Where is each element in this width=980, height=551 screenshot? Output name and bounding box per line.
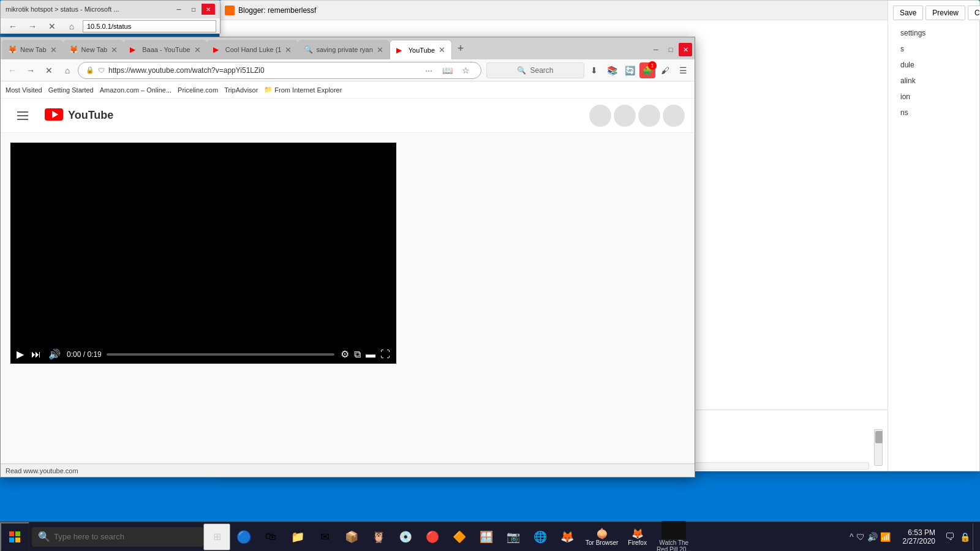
firefox-tab-4[interactable]: 🔍 saving private ryan ✕ [298, 40, 389, 59]
taskbar-desktop-button[interactable] [973, 523, 975, 550]
firefox-reader-mode-button[interactable]: 📖 [439, 62, 455, 78]
blogger-permalink-item[interactable]: alink [893, 73, 974, 89]
taskbar-vlc-icon[interactable]: 🔶 [446, 523, 473, 550]
firefox-tab-5[interactable]: ▶ YouTube ✕ [390, 40, 452, 59]
firefox-tab-0-close[interactable]: ✕ [50, 45, 57, 54]
taskbar-antivirus-icon[interactable]: 🛡 [856, 532, 865, 542]
firefox-tab-4-close[interactable]: ✕ [377, 45, 383, 54]
youtube-progress-bar[interactable] [107, 353, 334, 356]
firefox-menu-button[interactable]: ☰ [675, 62, 691, 78]
youtube-avatar-icon-3[interactable] [638, 105, 660, 127]
taskbar-start-button[interactable] [0, 522, 29, 552]
youtube-mute-button[interactable]: 🔊 [47, 347, 62, 361]
mikrotik-reload-button[interactable]: ✕ [43, 18, 61, 35]
bookmark-priceline[interactable]: Priceline.com [178, 86, 218, 94]
blogger-scrollbar[interactable] [874, 429, 883, 466]
mikrotik-home-button[interactable]: ⌂ [63, 18, 80, 35]
firefox-paint-button[interactable]: 🖌 [657, 62, 673, 78]
youtube-menu-button[interactable] [10, 103, 35, 128]
taskbar-firefox-app[interactable]: 🦊 Firefox [623, 525, 652, 549]
firefox-search-button[interactable]: 🔍 Search [486, 62, 584, 78]
firefox-new-tab-button[interactable]: + [452, 40, 469, 57]
mikrotik-back-button[interactable]: ← [4, 18, 21, 35]
firefox-tab-1-close[interactable]: ✕ [111, 45, 118, 54]
taskbar-chevron-icon[interactable]: ^ [850, 532, 854, 542]
taskbar-edge-icon[interactable]: 🔵 [230, 523, 257, 550]
blogger-settings-item[interactable]: settings [893, 25, 974, 41]
firefox-download-button[interactable]: ⬇ [586, 62, 602, 78]
firefox-home-button[interactable]: ⌂ [59, 62, 75, 78]
firefox-library-button[interactable]: 📚 [604, 62, 620, 78]
firefox-tab-3[interactable]: ▶ Cool Hand Luke (1 ✕ [207, 40, 298, 59]
firefox-bookmark-star-button[interactable]: ☆ [458, 62, 473, 78]
youtube-miniplayer-button[interactable]: ⧉ [353, 348, 362, 361]
mikrotik-minimize-button[interactable]: ─ [172, 4, 186, 15]
taskbar-amazon-icon[interactable]: 📦 [338, 523, 365, 550]
bookmark-ie[interactable]: 📁 From Internet Explorer [264, 86, 342, 94]
taskbar-eset-icon[interactable]: 🔒 [960, 532, 970, 542]
firefox-tab-5-close[interactable]: ✕ [439, 45, 445, 54]
blogger-options-item[interactable]: ns [893, 105, 974, 121]
taskbar-notification-center[interactable]: 🗨 [943, 531, 957, 542]
blogger-schedule-item[interactable]: dule [893, 57, 974, 73]
bookmark-most-visited[interactable]: Most Visited [6, 86, 42, 94]
youtube-play-button[interactable]: ▶ [15, 347, 25, 361]
youtube-avatar-icon-2[interactable] [614, 105, 636, 127]
mikrotik-close-button[interactable]: ✕ [202, 4, 215, 15]
taskbar-firefox-icon[interactable]: 🦊 [554, 523, 581, 550]
mikrotik-forward-button[interactable]: → [24, 18, 41, 35]
taskbar-opera-icon[interactable]: 🔴 [419, 523, 446, 550]
firefox-tab-2-close[interactable]: ✕ [194, 45, 201, 54]
firefox-tab-3-close[interactable]: ✕ [285, 45, 292, 54]
taskbar-clock[interactable]: 6:53 PM 2/27/2020 [898, 528, 940, 545]
taskbar-store-icon[interactable]: 🛍 [257, 523, 284, 550]
firefox-url-more-button[interactable]: ··· [421, 62, 437, 78]
mikrotik-url-input[interactable] [83, 20, 216, 32]
youtube-video-column: ▶ ⏭ 🔊 0:00 / 0:19 ⚙ ⧉ [1, 133, 695, 463]
taskbar-mail-icon[interactable]: ✉ [311, 523, 338, 550]
taskbar-windows-icon[interactable]: 🪟 [473, 523, 500, 550]
bookmark-tripadvisor[interactable]: TripAdvisor [224, 86, 258, 94]
youtube-avatar-icon-4[interactable] [663, 105, 685, 127]
taskbar-search-input[interactable] [54, 532, 176, 541]
taskbar-ie-icon[interactable]: 🌐 [527, 523, 554, 550]
firefox-tab-1[interactable]: 🦊 New Tab ✕ [63, 40, 124, 59]
youtube-fullscreen-button[interactable]: ⛶ [379, 348, 391, 361]
taskbar-watch-app[interactable]: Watch TheRed Pill 20... [652, 519, 696, 552]
blogger-close-panel-button[interactable]: Close [968, 6, 980, 20]
firefox-maximize-button[interactable]: □ [664, 43, 677, 56]
youtube-theater-button[interactable]: ▬ [364, 348, 377, 361]
taskbar-tor-app[interactable]: 🧅 Tor Browser [581, 525, 623, 549]
taskbar-search-bar[interactable]: 🔍 [32, 527, 203, 547]
youtube-avatar-icon-1[interactable] [589, 105, 611, 127]
bookmark-getting-started[interactable]: Getting Started [48, 86, 94, 94]
firefox-back-button[interactable]: ← [4, 62, 20, 78]
firefox-tab-0[interactable]: 🦊 New Tab ✕ [2, 40, 63, 59]
blogger-preview-button[interactable]: Preview [925, 6, 965, 20]
taskbar-task-view-button[interactable]: ⊞ [203, 523, 230, 550]
firefox-tab-2[interactable]: ▶ Baaa - YouTube ✕ [124, 40, 207, 59]
taskbar-tripadvisor-icon[interactable]: 🦉 [365, 523, 392, 550]
firefox-forward-button[interactable]: → [23, 62, 39, 78]
taskbar-network-icon[interactable]: 📶 [880, 532, 891, 542]
firefox-sync-button[interactable]: 🔄 [622, 62, 638, 78]
youtube-video-player[interactable]: ▶ ⏭ 🔊 0:00 / 0:19 ⚙ ⧉ [10, 143, 396, 364]
firefox-url-bar[interactable]: 🔒 🛡 https://www.youtube.com/watch?v=appY… [78, 62, 481, 79]
firefox-minimize-button[interactable]: ─ [649, 43, 663, 56]
taskbar-explorer-icon[interactable]: 📁 [284, 523, 311, 550]
youtube-next-button[interactable]: ⏭ [30, 348, 42, 361]
mikrotik-maximize-button[interactable]: □ [187, 4, 200, 15]
taskbar-volume-icon[interactable]: 🔊 [867, 532, 878, 542]
firefox-reload-button[interactable]: ✕ [41, 62, 57, 78]
firefox-close-button[interactable]: ✕ [679, 43, 692, 56]
blogger-s-item[interactable]: s [893, 41, 974, 57]
youtube-settings-button[interactable]: ⚙ [339, 347, 350, 361]
taskbar-firefox-app-icon: 🦊 [631, 528, 644, 539]
blogger-location-item[interactable]: ion [893, 89, 974, 105]
blogger-save-button[interactable]: Save [893, 6, 923, 20]
bookmark-amazon[interactable]: Amazon.com – Online... [100, 86, 172, 94]
taskbar-disk-icon[interactable]: 💿 [392, 523, 419, 550]
youtube-logo[interactable]: YouTube [45, 107, 113, 124]
youtube-video-screen[interactable] [10, 143, 396, 345]
taskbar-camera-icon[interactable]: 📷 [500, 523, 527, 550]
